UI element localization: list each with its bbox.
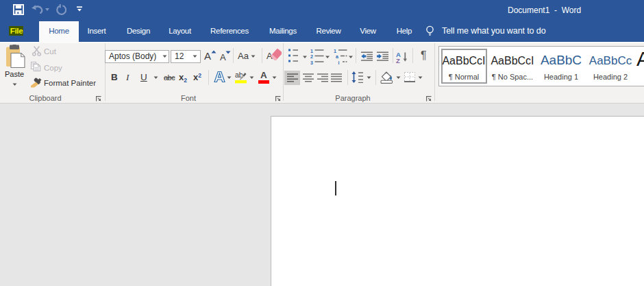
svg-text:1: 1: [310, 49, 313, 53]
svg-text:a: a: [336, 54, 338, 59]
svg-text:1: 1: [334, 49, 336, 53]
svg-text:i: i: [338, 60, 340, 65]
svg-text:3: 3: [310, 60, 313, 65]
svg-text:2: 2: [310, 54, 313, 59]
svg-text:Z: Z: [396, 57, 400, 64]
